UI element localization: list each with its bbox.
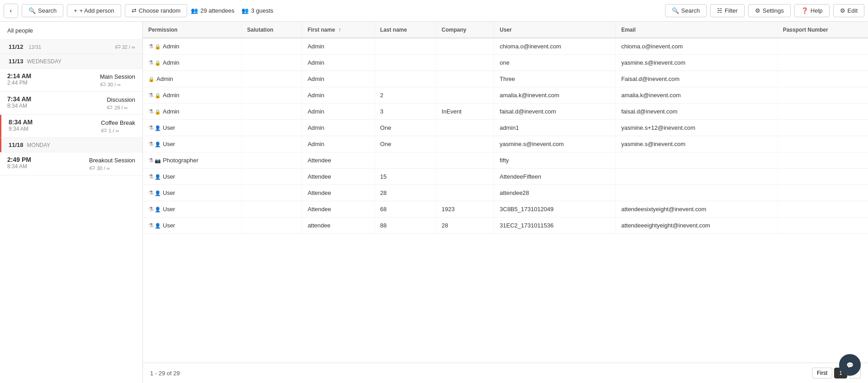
session-name-main: Main Session [100,73,135,80]
day-label-1118: MONDAY [27,142,51,148]
table-row[interactable]: ⚗👤UserAdminOneadmin1yasmine.s+12@inevent… [143,120,868,136]
table-row[interactable]: ⚗👤UserAttendee28attendee28 [143,185,868,201]
table-body: ⚗🔒AdminAdminchioma.o@inevent.comchioma.o… [143,38,868,234]
session-breakout[interactable]: 2:49 PM 8:34 AM Breakout Session 🏷 30 / … [0,152,142,175]
search-left-button[interactable]: 🔍 Search [22,4,63,17]
cell-user-2: Three [494,71,616,87]
col-firstname[interactable]: First name ↑ [302,22,374,38]
session-meta-discussion: 🏷 29 / ∞ [107,104,135,111]
cell-email-10: attendeesixtyeight@inevent.com [616,201,778,218]
session-time-secondary-main: 2:44 PM [7,80,31,86]
sidebar: All people 11/12 12/31 🏷 32 / ∞ 11/13 WE… [0,22,143,383]
cell-email-1: yasmine.s@inevent.com [616,55,778,71]
table-row[interactable]: ⚗📷PhotographerAttendeefifty [143,152,868,169]
table-row[interactable]: ⚗🔒AdminAdmin2amalia.k@inevent.comamalia.… [143,87,868,104]
tag-icon-1112: 🏷 [115,43,121,50]
session-discussion[interactable]: 7:34 AM 8:34 AM Discussion 🏷 29 / ∞ [0,92,142,115]
session-coffee-break[interactable]: 8:34 AM 9:34 AM Coffee Break 🏷 1 / ∞ [0,115,142,138]
table-row[interactable]: 🔒AdminAdminThreeFaisal.d@inevent.com [143,71,868,87]
session-time-primary-breakout: 2:49 PM [7,156,31,163]
date-label-1112: 11/12 [9,43,24,50]
cell-user-5: admin1 [494,120,616,136]
cell-user-0: chioma.o@inevent.com [494,38,616,55]
cell-permission-9: ⚗👤User [143,185,241,201]
help-icon: ❓ [801,7,808,14]
cell-permission-11: ⚗👤User [143,218,241,234]
cell-email-5: yasmine.s+12@inevent.com [616,120,778,136]
sort-arrow-firstname: ↑ [338,26,341,33]
help-button[interactable]: ❓ Help [794,4,830,17]
cell-user-3: amalia.k@inevent.com [494,87,616,104]
cell-last_name-5: One [374,120,436,136]
sidebar-all-people[interactable]: All people [0,22,142,40]
col-passport: Passport Number [777,22,868,38]
choose-random-label: Choose random [139,7,181,14]
edit-button[interactable]: ⚙ Edit [833,4,864,17]
session-time-secondary-breakout: 8:34 AM [7,163,31,170]
guests-label: 3 guests [251,7,273,14]
session-time-primary-coffee: 8:34 AM [9,118,33,126]
cell-company-11: 28 [436,218,494,234]
choose-random-button[interactable]: ⇄ Choose random [125,4,188,17]
session-time-secondary-discussion: 8:34 AM [7,103,31,109]
session-time-primary-main: 2:14 AM [7,72,31,80]
cell-salutation-11 [241,218,302,234]
cell-last_name-4: 3 [374,104,436,120]
cell-first_name-7: Attendee [302,152,374,169]
table-container[interactable]: Permission Salutation First name ↑ Last … [143,22,868,363]
cell-passport-11 [777,218,868,234]
edit-icon: ⚙ [840,7,845,14]
cell-passport-9 [777,185,868,201]
cell-salutation-9 [241,185,302,201]
date-group-1113[interactable]: 11/13 WEDNESDAY [0,54,142,69]
back-button[interactable]: ‹ [4,4,18,18]
cell-first_name-5: Admin [302,120,374,136]
cell-permission-7: ⚗📷Photographer [143,152,241,169]
tag-icon-coffee: 🏷 [101,127,107,134]
settings-button[interactable]: ⚙ Settings [748,4,791,17]
search-right-button[interactable]: 🔍 Search [665,4,707,17]
toolbar-right: 🔍 Search ☵ Filter ⚙ Settings ❓ Help ⚙ Ed… [665,4,864,17]
cell-last_name-11: 88 [374,218,436,234]
first-page-button[interactable]: First [812,368,832,378]
date-count-1112: 🏷 32 / ∞ [115,43,135,50]
table-row[interactable]: ⚗🔒AdminAdminchioma.o@inevent.comchioma.o… [143,38,868,55]
cell-passport-10 [777,201,868,218]
date-group-1112[interactable]: 11/12 12/31 🏷 32 / ∞ [0,40,142,54]
cell-first_name-2: Admin [302,71,374,87]
session-meta-main: 🏷 30 / ∞ [100,81,135,88]
cell-email-9 [616,185,778,201]
cell-salutation-8 [241,169,302,185]
cell-permission-5: ⚗👤User [143,120,241,136]
cell-company-2 [436,71,494,87]
chat-bubble[interactable]: 💬 [839,354,861,376]
cell-user-4: faisal.d@inevent.com [494,104,616,120]
cell-user-10: 3C8B5_1731012049 [494,201,616,218]
search-right-label: Search [681,7,700,14]
table-row[interactable]: ⚗🔒AdminAdmin3InEventfaisal.d@inevent.com… [143,104,868,120]
add-person-button[interactable]: + + Add person [67,4,121,17]
col-permission: Permission [143,22,241,38]
cell-last_name-10: 68 [374,201,436,218]
cell-user-8: AttendeeFifteen [494,169,616,185]
session-name-discussion: Discussion [107,96,135,103]
tag-icon-main: 🏷 [100,81,106,88]
top-toolbar: ‹ 🔍 Search + + Add person ⇄ Choose rando… [0,0,868,22]
cell-company-0 [436,38,494,55]
table-row[interactable]: ⚗👤Userattendee882831EC2_1731011536attend… [143,218,868,234]
table-footer: 1 - 29 of 29 First 1 › [143,363,868,383]
table-row[interactable]: ⚗👤UserAttendee6819233C8B5_1731012049atte… [143,201,868,218]
filter-button[interactable]: ☵ Filter [710,4,745,17]
cell-salutation-1 [241,55,302,71]
cell-permission-4: ⚗🔒Admin [143,104,241,120]
table-row[interactable]: ⚗🔒AdminAdminoneyasmine.s@inevent.com [143,55,868,71]
session-main-session[interactable]: 2:14 AM 2:44 PM Main Session 🏷 30 / ∞ [0,69,142,92]
cell-company-9 [436,185,494,201]
table-row[interactable]: ⚗👤UserAdminOneyasmine.s@inevent.comyasmi… [143,136,868,152]
cell-last_name-2 [374,71,436,87]
cell-permission-0: ⚗🔒Admin [143,38,241,55]
cell-salutation-3 [241,87,302,104]
cell-last_name-3: 2 [374,87,436,104]
table-row[interactable]: ⚗👤UserAttendee15AttendeeFifteen [143,169,868,185]
date-group-1118[interactable]: 11/18 MONDAY [0,138,142,152]
